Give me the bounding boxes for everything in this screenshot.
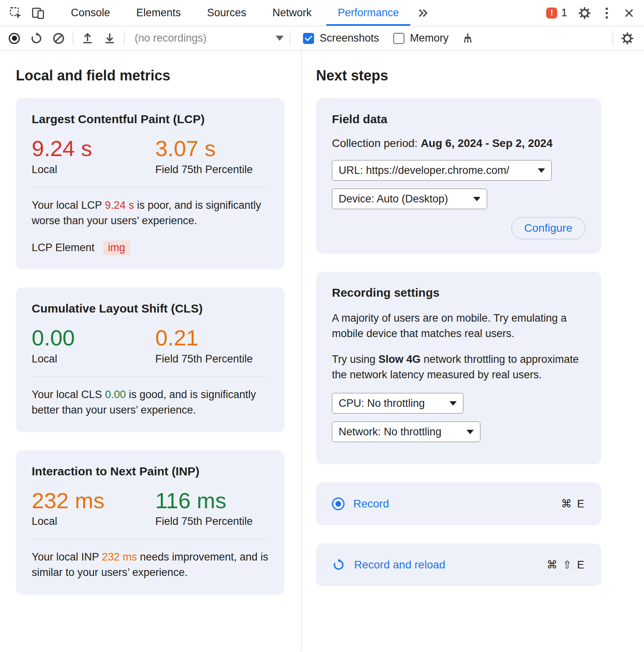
- device-toolbar-button[interactable]: [27, 3, 49, 23]
- inp-local-value: 232 ms: [32, 489, 155, 513]
- download-icon: [103, 32, 116, 45]
- next-steps-heading: Next steps: [316, 67, 601, 84]
- record-reload-action-button[interactable]: Record and reload: [332, 558, 445, 572]
- local-metric: 0.00 Local: [32, 326, 155, 365]
- field-label: Field 75th Percentile: [155, 164, 253, 176]
- local-label: Local: [32, 353, 155, 365]
- clear-icon: [52, 32, 65, 45]
- chevron-down-icon: [276, 36, 284, 41]
- divider: [32, 376, 269, 377]
- kebab-icon: [606, 12, 608, 14]
- more-tabs-button[interactable]: [412, 3, 434, 23]
- configure-button[interactable]: Configure: [511, 217, 585, 239]
- url-select-value: URL: https://developer.chrome.com/: [339, 164, 509, 177]
- tab-performance[interactable]: Performance: [325, 0, 412, 26]
- record-icon: [9, 33, 20, 44]
- upload-icon: [81, 32, 94, 45]
- lcp-element-link[interactable]: img: [103, 240, 130, 255]
- recording-settings-title: Recording settings: [332, 286, 585, 299]
- memory-checkbox[interactable]: Memory: [393, 32, 449, 44]
- settings-button[interactable]: [574, 3, 596, 23]
- record-label: Record: [353, 498, 389, 510]
- close-devtools-button[interactable]: ×: [618, 3, 640, 23]
- recording-settings-card: Recording settings A majority of users a…: [316, 272, 601, 464]
- cls-title: Cumulative Layout Shift (CLS): [32, 302, 269, 315]
- collect-garbage-button[interactable]: [457, 29, 479, 48]
- issues-indicator[interactable]: ! 1: [546, 7, 567, 19]
- toolbar-divider: [613, 32, 613, 45]
- record-icon: [332, 498, 345, 510]
- toolbar-divider: [124, 32, 124, 45]
- network-throttling-select[interactable]: Network: No throttling: [332, 421, 480, 442]
- chevron-down-icon: [467, 430, 474, 434]
- error-count: 1: [561, 7, 567, 19]
- inp-description: Your local INP 232 ms needs improvement,…: [32, 549, 269, 580]
- field-label: Field 75th Percentile: [155, 353, 253, 365]
- network-tip: Try using Slow 4G network throttling to …: [332, 352, 585, 383]
- device-select[interactable]: Device: Auto (Desktop): [332, 189, 487, 209]
- tabbar-left: Console Elements Sources Network Perform…: [5, 0, 434, 26]
- cls-field-value: 0.21: [155, 326, 253, 350]
- field-metric: 3.07 s Field 75th Percentile: [155, 137, 253, 176]
- tab-network[interactable]: Network: [259, 0, 325, 26]
- reload-icon: [332, 558, 345, 572]
- toolbar-divider: [290, 32, 290, 45]
- checkbox-checked-icon: [303, 33, 314, 44]
- record-toolbar-button[interactable]: [3, 29, 25, 48]
- field-data-title: Field data: [332, 112, 585, 126]
- lcp-element-label: LCP Element: [32, 242, 95, 254]
- cpu-throttling-select[interactable]: CPU: No throttling: [332, 393, 463, 414]
- tip-text: Try using: [332, 353, 379, 365]
- gear-icon: [621, 32, 634, 45]
- capture-settings-button[interactable]: [616, 29, 638, 48]
- error-icon: !: [546, 8, 557, 19]
- screenshots-checkbox[interactable]: Screenshots: [303, 32, 379, 44]
- recordings-dropdown[interactable]: (no recordings): [131, 29, 287, 48]
- chevron-down-icon: [538, 168, 545, 173]
- device-select-value: Device: Auto (Desktop): [339, 193, 448, 205]
- inspect-element-button[interactable]: [5, 3, 27, 23]
- desc-value: 9.24 s: [105, 199, 134, 211]
- tab-sources[interactable]: Sources: [194, 0, 259, 26]
- inp-title: Interaction to Next Paint (INP): [32, 465, 269, 478]
- local-metric: 9.24 s Local: [32, 137, 155, 176]
- double-chevron-icon: [416, 6, 430, 20]
- tab-elements[interactable]: Elements: [123, 0, 194, 26]
- record-reload-label: Record and reload: [354, 559, 445, 571]
- landing-content: Local and field metrics Largest Contentf…: [0, 51, 644, 652]
- desc-text: Your local INP: [32, 551, 102, 563]
- record-action-button[interactable]: Record: [332, 498, 389, 510]
- divider: [32, 187, 269, 187]
- record-reload-toolbar-button[interactable]: [25, 29, 48, 48]
- save-profile-button[interactable]: [99, 29, 121, 48]
- inp-card: Interaction to Next Paint (INP) 232 ms L…: [16, 450, 284, 595]
- devtools-tabbar: Console Elements Sources Network Perform…: [0, 0, 644, 26]
- lcp-title: Largest Contentful Paint (LCP): [32, 112, 269, 126]
- record-card: Record ⌘ E: [316, 482, 601, 525]
- metrics-pane: Local and field metrics Largest Contentf…: [0, 51, 301, 652]
- reload-icon: [30, 32, 43, 45]
- configure-row: Configure: [332, 217, 585, 239]
- inspect-cursor-icon: [9, 6, 23, 20]
- gear-icon: [578, 6, 591, 20]
- metrics-heading: Local and field metrics: [16, 67, 284, 84]
- cls-description: Your local CLS 0.00 is good, and is sign…: [32, 387, 269, 418]
- cls-card: Cumulative Layout Shift (CLS) 0.00 Local…: [16, 288, 284, 432]
- lcp-description: Your local LCP 9.24 s is poor, and is si…: [32, 198, 269, 229]
- lcp-local-value: 9.24 s: [32, 137, 155, 160]
- lcp-values: 9.24 s Local 3.07 s Field 75th Percentil…: [32, 137, 269, 176]
- screenshots-label: Screenshots: [320, 32, 379, 44]
- url-select[interactable]: URL: https://developer.chrome.com/: [332, 160, 552, 181]
- load-profile-button[interactable]: [76, 29, 99, 48]
- cls-values: 0.00 Local 0.21 Field 75th Percentile: [32, 326, 269, 365]
- clear-button[interactable]: [48, 29, 70, 48]
- toolbar-right: [610, 29, 638, 48]
- tab-console[interactable]: Console: [58, 0, 123, 26]
- memory-label: Memory: [410, 32, 449, 44]
- menu-button[interactable]: [596, 3, 618, 23]
- collect-garbage-icon: [461, 32, 474, 45]
- lcp-element-row: LCP Element img: [32, 240, 269, 255]
- toolbar-divider: [73, 32, 73, 45]
- lcp-card: Largest Contentful Paint (LCP) 9.24 s Lo…: [16, 98, 284, 269]
- tabbar-right: ! 1: [546, 0, 640, 26]
